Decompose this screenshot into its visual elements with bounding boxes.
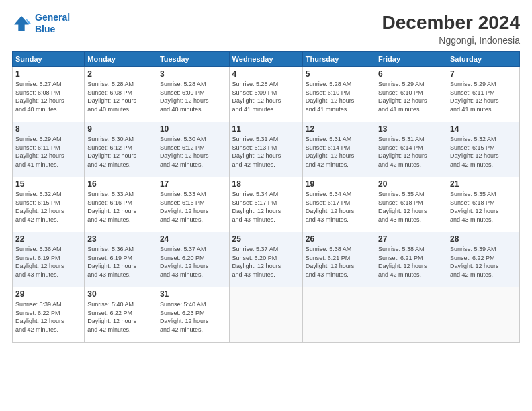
- calendar-cell: 16Sunrise: 5:33 AM Sunset: 6:16 PM Dayli…: [85, 177, 157, 232]
- day-number: 1: [15, 69, 81, 79]
- day-number: 14: [450, 124, 517, 134]
- svg-marker-0: [14, 16, 29, 31]
- day-number: 13: [378, 124, 444, 134]
- day-number: 20: [378, 179, 444, 189]
- day-detail: Sunrise: 5:34 AM Sunset: 6:17 PM Dayligh…: [232, 190, 300, 224]
- calendar-cell: 26Sunrise: 5:38 AM Sunset: 6:21 PM Dayli…: [302, 232, 375, 287]
- day-number: 6: [378, 69, 444, 79]
- day-detail: Sunrise: 5:28 AM Sunset: 6:09 PM Dayligh…: [232, 80, 300, 113]
- col-friday: Friday: [375, 52, 447, 67]
- calendar-cell: 15Sunrise: 5:32 AM Sunset: 6:15 PM Dayli…: [13, 177, 85, 232]
- logo-icon: [12, 14, 31, 33]
- day-detail: Sunrise: 5:36 AM Sunset: 6:19 PM Dayligh…: [87, 245, 154, 279]
- day-detail: Sunrise: 5:39 AM Sunset: 6:22 PM Dayligh…: [450, 245, 517, 279]
- day-detail: Sunrise: 5:33 AM Sunset: 6:16 PM Dayligh…: [160, 190, 226, 224]
- calendar-cell: 27Sunrise: 5:38 AM Sunset: 6:21 PM Dayli…: [375, 232, 447, 287]
- calendar-cell: 20Sunrise: 5:35 AM Sunset: 6:18 PM Dayli…: [375, 177, 447, 232]
- day-detail: Sunrise: 5:31 AM Sunset: 6:13 PM Dayligh…: [232, 135, 300, 169]
- calendar-row: 15Sunrise: 5:32 AM Sunset: 6:15 PM Dayli…: [13, 177, 520, 232]
- day-detail: Sunrise: 5:34 AM Sunset: 6:17 PM Dayligh…: [306, 190, 372, 224]
- day-detail: Sunrise: 5:35 AM Sunset: 6:18 PM Dayligh…: [450, 190, 517, 224]
- day-detail: Sunrise: 5:33 AM Sunset: 6:16 PM Dayligh…: [87, 190, 154, 224]
- calendar-cell: 1Sunrise: 5:27 AM Sunset: 6:08 PM Daylig…: [13, 67, 85, 122]
- day-number: 16: [87, 179, 154, 189]
- day-number: 17: [160, 179, 226, 189]
- day-detail: Sunrise: 5:38 AM Sunset: 6:21 PM Dayligh…: [378, 245, 444, 279]
- calendar-cell: 9Sunrise: 5:30 AM Sunset: 6:12 PM Daylig…: [85, 122, 157, 177]
- day-detail: Sunrise: 5:29 AM Sunset: 6:11 PM Dayligh…: [15, 135, 81, 169]
- day-number: 28: [450, 234, 517, 244]
- calendar-cell: 7Sunrise: 5:29 AM Sunset: 6:11 PM Daylig…: [447, 67, 519, 122]
- calendar-cell: 28Sunrise: 5:39 AM Sunset: 6:22 PM Dayli…: [447, 232, 519, 287]
- day-number: 19: [306, 179, 372, 189]
- calendar-cell: 6Sunrise: 5:29 AM Sunset: 6:10 PM Daylig…: [375, 67, 447, 122]
- day-detail: Sunrise: 5:31 AM Sunset: 6:14 PM Dayligh…: [306, 135, 372, 169]
- calendar-cell: 12Sunrise: 5:31 AM Sunset: 6:14 PM Dayli…: [302, 122, 375, 177]
- title-block: December 2024 Nggongi, Indonesia: [382, 12, 520, 46]
- day-number: 27: [378, 234, 444, 244]
- calendar-cell: 24Sunrise: 5:37 AM Sunset: 6:20 PM Dayli…: [157, 232, 229, 287]
- day-number: 9: [87, 124, 154, 134]
- calendar-cell: 5Sunrise: 5:28 AM Sunset: 6:10 PM Daylig…: [302, 67, 375, 122]
- day-detail: Sunrise: 5:29 AM Sunset: 6:11 PM Dayligh…: [450, 80, 517, 113]
- day-detail: Sunrise: 5:28 AM Sunset: 6:09 PM Dayligh…: [160, 80, 226, 113]
- day-detail: Sunrise: 5:36 AM Sunset: 6:19 PM Dayligh…: [15, 245, 81, 279]
- day-detail: Sunrise: 5:28 AM Sunset: 6:08 PM Dayligh…: [87, 80, 154, 113]
- calendar-table: Sunday Monday Tuesday Wednesday Thursday…: [12, 51, 520, 342]
- header: General Blue December 2024 Nggongi, Indo…: [12, 12, 520, 46]
- logo-line1: General: [35, 12, 70, 23]
- day-number: 4: [232, 69, 300, 79]
- calendar-cell: 30Sunrise: 5:40 AM Sunset: 6:22 PM Dayli…: [85, 287, 157, 342]
- calendar-cell: 11Sunrise: 5:31 AM Sunset: 6:13 PM Dayli…: [229, 122, 302, 177]
- calendar-row: 1Sunrise: 5:27 AM Sunset: 6:08 PM Daylig…: [13, 67, 520, 122]
- day-detail: Sunrise: 5:27 AM Sunset: 6:08 PM Dayligh…: [15, 80, 81, 113]
- day-number: 21: [450, 179, 517, 189]
- calendar-cell: 14Sunrise: 5:32 AM Sunset: 6:15 PM Dayli…: [447, 122, 519, 177]
- day-number: 3: [160, 69, 226, 79]
- calendar-cell: 17Sunrise: 5:33 AM Sunset: 6:16 PM Dayli…: [157, 177, 229, 232]
- logo: General Blue: [12, 12, 70, 35]
- day-number: 15: [15, 179, 81, 189]
- day-detail: Sunrise: 5:32 AM Sunset: 6:15 PM Dayligh…: [15, 190, 81, 224]
- calendar-cell: 31Sunrise: 5:40 AM Sunset: 6:23 PM Dayli…: [157, 287, 229, 342]
- calendar-cell: 8Sunrise: 5:29 AM Sunset: 6:11 PM Daylig…: [13, 122, 85, 177]
- day-detail: Sunrise: 5:35 AM Sunset: 6:18 PM Dayligh…: [378, 190, 444, 224]
- calendar-cell: 25Sunrise: 5:37 AM Sunset: 6:20 PM Dayli…: [229, 232, 302, 287]
- day-detail: Sunrise: 5:28 AM Sunset: 6:10 PM Dayligh…: [306, 80, 372, 113]
- col-saturday: Saturday: [447, 52, 519, 67]
- calendar-cell: 23Sunrise: 5:36 AM Sunset: 6:19 PM Dayli…: [85, 232, 157, 287]
- calendar-cell: [302, 287, 375, 342]
- calendar-cell: 18Sunrise: 5:34 AM Sunset: 6:17 PM Dayli…: [229, 177, 302, 232]
- calendar-cell: 4Sunrise: 5:28 AM Sunset: 6:09 PM Daylig…: [229, 67, 302, 122]
- day-number: 18: [232, 179, 300, 189]
- calendar-row: 29Sunrise: 5:39 AM Sunset: 6:22 PM Dayli…: [13, 287, 520, 342]
- day-number: 25: [232, 234, 300, 244]
- day-detail: Sunrise: 5:32 AM Sunset: 6:15 PM Dayligh…: [450, 135, 517, 169]
- main-title: December 2024: [382, 12, 520, 34]
- calendar-cell: 29Sunrise: 5:39 AM Sunset: 6:22 PM Dayli…: [13, 287, 85, 342]
- day-number: 31: [160, 289, 226, 299]
- day-number: 11: [232, 124, 300, 134]
- day-detail: Sunrise: 5:37 AM Sunset: 6:20 PM Dayligh…: [232, 245, 300, 279]
- day-number: 24: [160, 234, 226, 244]
- calendar-cell: [375, 287, 447, 342]
- day-detail: Sunrise: 5:37 AM Sunset: 6:20 PM Dayligh…: [160, 245, 226, 279]
- day-number: 26: [306, 234, 372, 244]
- calendar-cell: 13Sunrise: 5:31 AM Sunset: 6:14 PM Dayli…: [375, 122, 447, 177]
- calendar-cell: [229, 287, 302, 342]
- day-number: 23: [87, 234, 154, 244]
- col-wednesday: Wednesday: [229, 52, 302, 67]
- calendar-cell: 10Sunrise: 5:30 AM Sunset: 6:12 PM Dayli…: [157, 122, 229, 177]
- day-number: 8: [15, 124, 81, 134]
- day-detail: Sunrise: 5:30 AM Sunset: 6:12 PM Dayligh…: [160, 135, 226, 169]
- day-detail: Sunrise: 5:38 AM Sunset: 6:21 PM Dayligh…: [306, 245, 372, 279]
- day-number: 29: [15, 289, 81, 299]
- day-detail: Sunrise: 5:40 AM Sunset: 6:23 PM Dayligh…: [160, 300, 226, 334]
- day-detail: Sunrise: 5:40 AM Sunset: 6:22 PM Dayligh…: [87, 300, 154, 334]
- day-number: 12: [306, 124, 372, 134]
- calendar-cell: 2Sunrise: 5:28 AM Sunset: 6:08 PM Daylig…: [85, 67, 157, 122]
- logo-line2: Blue: [35, 24, 55, 34]
- calendar-cell: 22Sunrise: 5:36 AM Sunset: 6:19 PM Dayli…: [13, 232, 85, 287]
- day-number: 30: [87, 289, 154, 299]
- calendar-row: 22Sunrise: 5:36 AM Sunset: 6:19 PM Dayli…: [13, 232, 520, 287]
